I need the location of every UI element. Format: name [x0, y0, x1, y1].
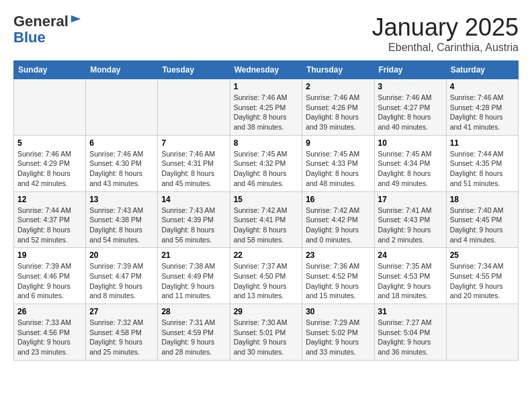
day-number: 23 — [306, 250, 370, 260]
day-number: 14 — [161, 195, 226, 204]
calendar-cell: 20Sunrise: 7:39 AM Sunset: 4:47 PM Dayli… — [86, 248, 158, 304]
day-number: 15 — [234, 195, 299, 204]
day-number: 27 — [89, 307, 154, 316]
location: Ebenthal, Carinthia, Austria — [372, 42, 519, 54]
calendar-cell: 2Sunrise: 7:46 AM Sunset: 4:26 PM Daylig… — [302, 79, 374, 136]
day-number: 30 — [306, 307, 370, 316]
weekday-header-saturday: Saturday — [446, 61, 518, 79]
calendar-cell: 25Sunrise: 7:34 AM Sunset: 4:55 PM Dayli… — [446, 248, 518, 304]
day-number: 21 — [161, 250, 226, 260]
calendar-cell: 18Sunrise: 7:40 AM Sunset: 4:45 PM Dayli… — [446, 191, 518, 248]
day-number: 19 — [17, 250, 82, 260]
day-info: Sunrise: 7:44 AM Sunset: 4:35 PM Dayligh… — [450, 149, 515, 189]
calendar-cell: 28Sunrise: 7:31 AM Sunset: 4:59 PM Dayli… — [158, 304, 230, 361]
day-number: 9 — [306, 138, 370, 148]
day-number: 17 — [378, 195, 443, 204]
day-info: Sunrise: 7:40 AM Sunset: 4:45 PM Dayligh… — [450, 205, 515, 245]
day-info: Sunrise: 7:46 AM Sunset: 4:25 PM Dayligh… — [234, 93, 299, 132]
day-info: Sunrise: 7:43 AM Sunset: 4:39 PM Dayligh… — [161, 205, 226, 245]
calendar-week-row: 5Sunrise: 7:46 AM Sunset: 4:29 PM Daylig… — [14, 135, 519, 191]
day-number: 29 — [234, 307, 299, 316]
day-info: Sunrise: 7:32 AM Sunset: 4:58 PM Dayligh… — [89, 318, 154, 357]
weekday-header-sunday: Sunday — [14, 61, 86, 79]
calendar-cell — [446, 304, 518, 361]
calendar-cell: 4Sunrise: 7:46 AM Sunset: 4:28 PM Daylig… — [446, 79, 518, 136]
day-info: Sunrise: 7:31 AM Sunset: 4:59 PM Dayligh… — [161, 318, 226, 357]
logo-general: General — [13, 13, 69, 30]
day-info: Sunrise: 7:46 AM Sunset: 4:31 PM Dayligh… — [161, 149, 226, 189]
calendar-cell: 16Sunrise: 7:42 AM Sunset: 4:42 PM Dayli… — [302, 191, 374, 248]
calendar-table: SundayMondayTuesdayWednesdayThursdayFrid… — [13, 60, 519, 361]
day-info: Sunrise: 7:46 AM Sunset: 4:27 PM Dayligh… — [378, 93, 443, 132]
calendar-cell — [158, 79, 230, 136]
calendar-cell: 9Sunrise: 7:45 AM Sunset: 4:33 PM Daylig… — [302, 135, 374, 191]
day-info: Sunrise: 7:45 AM Sunset: 4:32 PM Dayligh… — [234, 149, 299, 189]
day-number: 8 — [234, 138, 299, 148]
day-info: Sunrise: 7:39 AM Sunset: 4:46 PM Dayligh… — [17, 261, 82, 301]
calendar-cell: 3Sunrise: 7:46 AM Sunset: 4:27 PM Daylig… — [374, 79, 446, 136]
day-number: 26 — [17, 307, 82, 316]
day-number: 24 — [378, 250, 443, 260]
svg-marker-0 — [71, 15, 81, 23]
title-block: January 2025 Ebenthal, Carinthia, Austri… — [372, 13, 519, 54]
calendar-cell: 22Sunrise: 7:37 AM Sunset: 4:50 PM Dayli… — [230, 248, 302, 304]
day-info: Sunrise: 7:33 AM Sunset: 4:56 PM Dayligh… — [17, 318, 82, 357]
day-info: Sunrise: 7:34 AM Sunset: 4:55 PM Dayligh… — [450, 261, 515, 301]
day-info: Sunrise: 7:46 AM Sunset: 4:28 PM Dayligh… — [450, 93, 515, 132]
calendar-cell: 23Sunrise: 7:36 AM Sunset: 4:52 PM Dayli… — [302, 248, 374, 304]
day-number: 16 — [306, 195, 370, 204]
day-number: 10 — [378, 138, 443, 148]
weekday-header-row: SundayMondayTuesdayWednesdayThursdayFrid… — [14, 61, 519, 79]
calendar-cell: 1Sunrise: 7:46 AM Sunset: 4:25 PM Daylig… — [230, 79, 302, 136]
day-number: 3 — [378, 82, 443, 91]
calendar-cell: 11Sunrise: 7:44 AM Sunset: 4:35 PM Dayli… — [446, 135, 518, 191]
day-info: Sunrise: 7:38 AM Sunset: 4:49 PM Dayligh… — [161, 261, 226, 301]
day-number: 1 — [234, 82, 299, 91]
weekday-header-friday: Friday — [374, 61, 446, 79]
day-info: Sunrise: 7:45 AM Sunset: 4:34 PM Dayligh… — [378, 149, 443, 189]
calendar-week-row: 12Sunrise: 7:44 AM Sunset: 4:37 PM Dayli… — [14, 191, 519, 248]
day-info: Sunrise: 7:42 AM Sunset: 4:42 PM Dayligh… — [306, 205, 370, 245]
calendar-cell: 29Sunrise: 7:30 AM Sunset: 5:01 PM Dayli… — [230, 304, 302, 361]
month-title: January 2025 — [372, 13, 519, 42]
calendar-cell: 31Sunrise: 7:27 AM Sunset: 5:04 PM Dayli… — [374, 304, 446, 361]
day-number: 31 — [378, 307, 443, 316]
calendar-cell: 14Sunrise: 7:43 AM Sunset: 4:39 PM Dayli… — [158, 191, 230, 248]
day-number: 11 — [450, 138, 515, 148]
day-info: Sunrise: 7:36 AM Sunset: 4:52 PM Dayligh… — [306, 261, 370, 301]
calendar-cell: 19Sunrise: 7:39 AM Sunset: 4:46 PM Dayli… — [14, 248, 86, 304]
day-number: 12 — [17, 195, 82, 204]
day-number: 13 — [89, 195, 154, 204]
logo-blue: Blue — [13, 29, 46, 46]
day-number: 2 — [306, 82, 370, 91]
day-number: 6 — [89, 138, 154, 148]
calendar-week-row: 26Sunrise: 7:33 AM Sunset: 4:56 PM Dayli… — [14, 304, 519, 361]
day-number: 22 — [234, 250, 299, 260]
calendar-cell: 27Sunrise: 7:32 AM Sunset: 4:58 PM Dayli… — [86, 304, 158, 361]
day-info: Sunrise: 7:41 AM Sunset: 4:43 PM Dayligh… — [378, 205, 443, 245]
day-number: 28 — [161, 307, 226, 316]
day-number: 25 — [450, 250, 515, 260]
calendar-cell — [86, 79, 158, 136]
day-info: Sunrise: 7:46 AM Sunset: 4:26 PM Dayligh… — [306, 93, 370, 132]
calendar-cell: 7Sunrise: 7:46 AM Sunset: 4:31 PM Daylig… — [158, 135, 230, 191]
weekday-header-monday: Monday — [86, 61, 158, 79]
weekday-header-tuesday: Tuesday — [158, 61, 230, 79]
page-header: General Blue January 2025 Ebenthal, Cari… — [13, 13, 519, 54]
calendar-cell: 30Sunrise: 7:29 AM Sunset: 5:02 PM Dayli… — [302, 304, 374, 361]
day-info: Sunrise: 7:29 AM Sunset: 5:02 PM Dayligh… — [306, 318, 370, 357]
day-info: Sunrise: 7:46 AM Sunset: 4:29 PM Dayligh… — [17, 149, 82, 189]
day-number: 5 — [17, 138, 82, 148]
calendar-cell: 26Sunrise: 7:33 AM Sunset: 4:56 PM Dayli… — [14, 304, 86, 361]
day-info: Sunrise: 7:44 AM Sunset: 4:37 PM Dayligh… — [17, 205, 82, 245]
logo-flag-icon — [70, 14, 82, 26]
day-info: Sunrise: 7:42 AM Sunset: 4:41 PM Dayligh… — [234, 205, 299, 245]
calendar-cell: 6Sunrise: 7:46 AM Sunset: 4:30 PM Daylig… — [86, 135, 158, 191]
day-info: Sunrise: 7:27 AM Sunset: 5:04 PM Dayligh… — [378, 318, 443, 357]
calendar-cell: 10Sunrise: 7:45 AM Sunset: 4:34 PM Dayli… — [374, 135, 446, 191]
day-number: 18 — [450, 195, 515, 204]
day-info: Sunrise: 7:45 AM Sunset: 4:33 PM Dayligh… — [306, 149, 370, 189]
day-number: 20 — [89, 250, 154, 260]
calendar-cell: 13Sunrise: 7:43 AM Sunset: 4:38 PM Dayli… — [86, 191, 158, 248]
calendar-cell: 12Sunrise: 7:44 AM Sunset: 4:37 PM Dayli… — [14, 191, 86, 248]
